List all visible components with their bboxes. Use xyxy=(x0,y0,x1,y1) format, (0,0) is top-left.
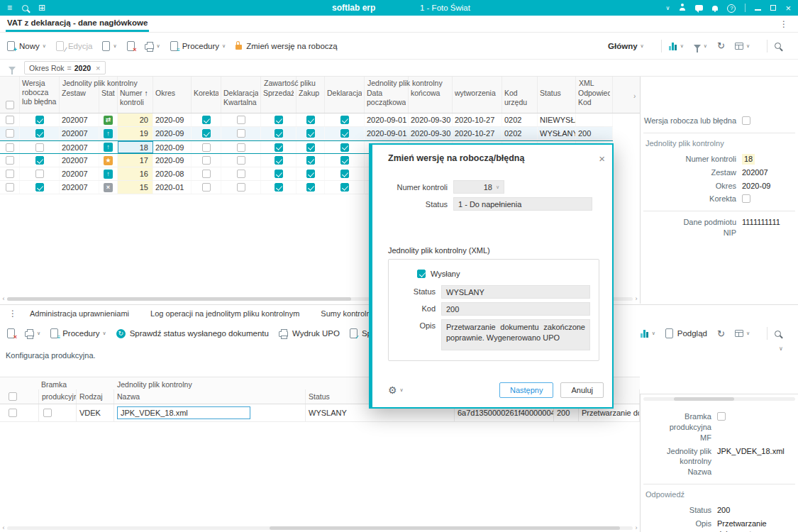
column-header-sprzedaz[interactable]: Zawartość plikuSprzedaż xyxy=(261,77,297,113)
sel-checkbox[interactable] xyxy=(6,170,14,178)
sel-checkbox[interactable] xyxy=(6,143,14,152)
delete-button[interactable] xyxy=(127,41,135,51)
status-field[interactable]: 1 - Do napełnienia xyxy=(453,197,592,211)
deklaracja-checkbox[interactable] xyxy=(340,183,349,192)
kwartalna-checkbox[interactable] xyxy=(237,170,245,178)
menu-icon[interactable]: ≡ xyxy=(7,4,12,12)
kod-field[interactable]: 200 xyxy=(441,302,590,316)
korekta-checkbox[interactable] xyxy=(202,170,211,178)
zakup-checkbox[interactable] xyxy=(306,170,315,178)
cell-numer[interactable]: 15 xyxy=(118,181,153,194)
column-header-produkcyjna[interactable]: produkcyjna xyxy=(39,389,77,404)
cell-numer[interactable]: 16 xyxy=(118,167,153,180)
column-header-korekta[interactable]: Korekta xyxy=(192,77,221,113)
grid-row-20[interactable]: 202007⇄202020-092020-09-012020-09-302020… xyxy=(0,113,613,127)
column-header-nazwa[interactable]: Nazwa xyxy=(114,389,306,404)
scroll-left-icon[interactable]: ‹ xyxy=(0,296,7,302)
deklaracja-checkbox[interactable] xyxy=(340,170,349,178)
bell-icon[interactable] xyxy=(712,4,718,12)
sprzedaz-checkbox[interactable] xyxy=(275,170,283,178)
kwartalna-checkbox[interactable] xyxy=(237,156,245,165)
sort-filter-button[interactable]: ∨ xyxy=(694,43,707,49)
bramka-produkcyjna-checkbox[interactable] xyxy=(43,409,52,417)
scroll-right-hint[interactable]: › xyxy=(633,92,636,100)
zakup-checkbox[interactable] xyxy=(306,116,315,124)
column-header-rodzaj[interactable]: Rodzaj xyxy=(77,389,114,404)
column-header-kwartalna[interactable]: Deklaracja Kwartalna xyxy=(221,77,261,113)
panel-horizontal-scrollbar[interactable] xyxy=(643,396,795,402)
wyslany-checkbox[interactable] xyxy=(417,270,426,278)
column-header-status_xml[interactable]: Status xyxy=(538,77,576,113)
tab-vat-deklaracja[interactable]: VAT z deklaracją - dane nagłówkowe xyxy=(6,16,149,32)
cancel-button[interactable]: Anuluj xyxy=(560,382,604,398)
gear-icon[interactable]: ⚙∨ xyxy=(388,384,404,396)
copy-button[interactable]: ∨ xyxy=(102,41,116,51)
maximize-icon[interactable] xyxy=(770,4,776,12)
stepper-icon[interactable]: ∨ xyxy=(496,184,499,190)
column-header-data_wytworzenia[interactable]: wytworzenia xyxy=(453,77,502,113)
chat-icon[interactable] xyxy=(695,4,703,12)
search-button[interactable] xyxy=(775,331,781,337)
bramka-mf-checkbox[interactable] xyxy=(717,412,726,421)
sprzedaz-checkbox[interactable] xyxy=(275,156,283,165)
sel-checkbox[interactable] xyxy=(6,116,14,124)
wersja-checkbox[interactable] xyxy=(35,183,44,192)
wersja-robocza-checkbox[interactable] xyxy=(742,116,750,125)
refresh-button[interactable]: ↻ xyxy=(717,329,725,338)
print-button[interactable]: ∨ xyxy=(25,330,40,337)
column-header-sel[interactable] xyxy=(0,77,20,113)
column-header-okres[interactable]: Okres xyxy=(153,77,192,113)
close-icon[interactable]: × xyxy=(785,4,791,13)
print-button[interactable]: ∨ xyxy=(145,43,160,50)
select-all-checkbox[interactable] xyxy=(9,392,17,401)
korekta-checkbox[interactable] xyxy=(202,116,211,124)
check-status-button[interactable]: ↻ Sprawdź status wysłanego dokumentu xyxy=(116,329,269,338)
tab-log-operacji[interactable]: Log operacji na jednolitym pliku kontrol… xyxy=(150,309,299,318)
zakup-checkbox[interactable] xyxy=(306,156,315,165)
deklaracja-checkbox[interactable] xyxy=(340,143,349,152)
scroll-right-icon[interactable]: › xyxy=(633,525,640,531)
cell-numer[interactable]: 19 xyxy=(118,127,153,140)
sprzedaz-checkbox[interactable] xyxy=(275,183,283,192)
wersja-checkbox[interactable] xyxy=(35,156,44,165)
user-icon[interactable] xyxy=(679,4,686,12)
change-version-button[interactable]: Zmień wersję na roboczą xyxy=(235,42,337,50)
row-select-checkbox[interactable] xyxy=(9,409,17,417)
grid-row-19[interactable]: 202007↑192020-092020-09-012020-09-302020… xyxy=(0,127,613,140)
opis-field[interactable]: Przetwarzanie dokumentu zakończone popra… xyxy=(441,319,590,350)
remove-filter-icon[interactable]: × xyxy=(96,64,100,72)
kwartalna-checkbox[interactable] xyxy=(237,143,245,152)
wersja-checkbox[interactable] xyxy=(35,129,44,138)
new-button[interactable]: Nowy∨ xyxy=(7,41,46,51)
filter-chip[interactable]: Okres Rok = 2020 × xyxy=(24,61,106,74)
chevron-down-icon[interactable]: ∨ xyxy=(666,5,670,11)
bottom-horizontal-scrollbar[interactable]: ‹ › xyxy=(0,525,640,531)
glowny-dropdown[interactable]: Główny∨ xyxy=(604,42,644,50)
nazwa-input[interactable] xyxy=(117,406,250,419)
podglad-button[interactable]: Podgląd xyxy=(665,328,707,338)
wersja-checkbox[interactable] xyxy=(35,116,44,124)
cell-numer[interactable]: 17 xyxy=(118,154,153,167)
sprzedaz-checkbox[interactable] xyxy=(275,116,283,124)
help-icon[interactable]: ? xyxy=(727,3,736,13)
close-icon[interactable]: × xyxy=(599,153,605,164)
column-header-wersja[interactable]: Wersja robocza lub błędna xyxy=(20,77,60,113)
scroll-left-icon[interactable]: ‹ xyxy=(0,525,7,531)
layout-button[interactable]: ∨ xyxy=(735,43,750,50)
kwartalna-checkbox[interactable] xyxy=(237,116,245,124)
kwartalna-checkbox[interactable] xyxy=(237,183,245,192)
column-header-zestaw[interactable]: Jednolity plik kontrolnyZestaw xyxy=(60,77,99,113)
wersja-checkbox[interactable] xyxy=(35,170,44,178)
deklaracja-checkbox[interactable] xyxy=(340,116,349,124)
korekta-checkbox[interactable] xyxy=(202,156,211,165)
delete-button[interactable] xyxy=(7,328,15,338)
minimize-icon[interactable] xyxy=(755,4,761,12)
deklaracja-checkbox[interactable] xyxy=(340,129,349,138)
search-icon[interactable] xyxy=(22,5,28,11)
toolbar-overflow-icon[interactable]: ∨ xyxy=(779,345,783,352)
column-header-deklaracja[interactable]: Deklaracja xyxy=(325,77,365,113)
chart-button[interactable]: ∨ xyxy=(641,329,655,338)
korekta-checkbox[interactable] xyxy=(742,194,750,203)
scroll-right-icon[interactable]: › xyxy=(633,296,640,302)
procedures-button[interactable]: Procedury∨ xyxy=(170,41,226,51)
